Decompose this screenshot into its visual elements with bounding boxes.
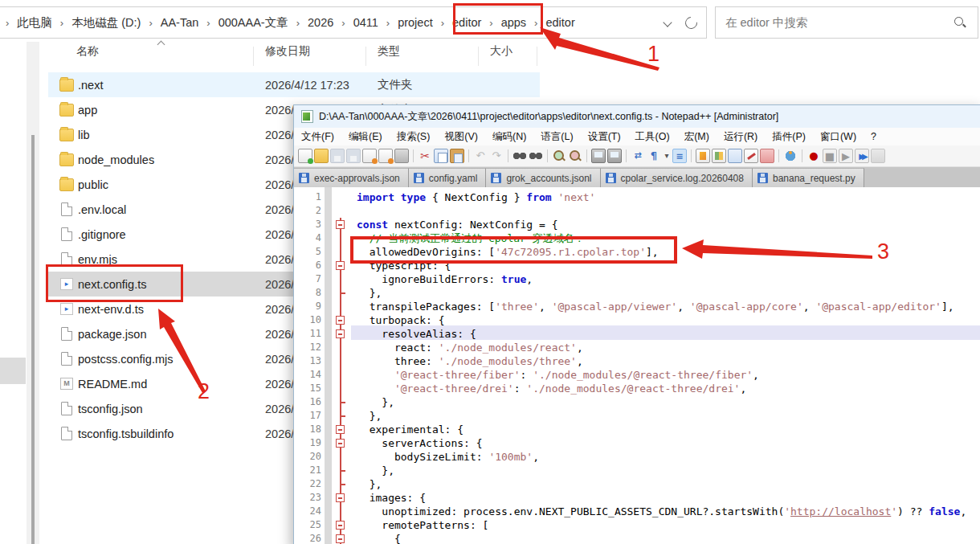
- replace-button[interactable]: [529, 149, 543, 163]
- column-divider[interactable]: [537, 47, 537, 66]
- fold-collapse-icon[interactable]: [336, 439, 345, 448]
- menu-item-6[interactable]: 设置(T): [581, 129, 628, 145]
- title-bar[interactable]: D:\AA-Tan\000AAA-文章\2026\0411\project\ed…: [294, 105, 980, 128]
- breadcrumb-item-4[interactable]: 2026: [303, 13, 338, 32]
- browser-preview-button[interactable]: [783, 149, 798, 163]
- code-line-16[interactable]: 16 },: [294, 395, 980, 409]
- zoom-in-button[interactable]: [552, 149, 566, 163]
- indent-guide-button[interactable]: ≡: [672, 149, 687, 163]
- column-divider[interactable]: [365, 47, 366, 66]
- menu-item-9[interactable]: 运行(R): [717, 129, 765, 145]
- code-line-21[interactable]: 21 },: [294, 464, 980, 477]
- fold-collapse-icon[interactable]: [336, 425, 345, 434]
- breadcrumb-item-9[interactable]: editor: [541, 13, 579, 32]
- code-line-13[interactable]: 13 three: './node_modules/three',: [294, 354, 980, 368]
- tab-cpolar_service.log.20260408[interactable]: cpolar_service.log.20260408: [601, 168, 753, 187]
- redo-button[interactable]: ↷: [489, 149, 504, 163]
- code-line-18[interactable]: 18 experimental: {: [294, 423, 980, 436]
- code-line-5[interactable]: 5 allowedDevOrigins: ['47c72095.r1.cpola…: [294, 245, 980, 259]
- code-line-25[interactable]: 25 remotePatterns: [: [294, 518, 980, 532]
- breadcrumb-item-8[interactable]: apps: [496, 13, 531, 32]
- menu-item-3[interactable]: 视图(V): [437, 129, 485, 145]
- column-header-name[interactable]: 名称: [76, 44, 99, 67]
- find-button[interactable]: [512, 149, 527, 163]
- fold-collapse-icon[interactable]: [336, 220, 345, 229]
- code-line-1[interactable]: 1import type { NextConfig } from 'next': [294, 190, 980, 204]
- tab-exec-approvals.json[interactable]: exec-approvals.json: [294, 168, 409, 187]
- zoom-out-button[interactable]: [568, 149, 582, 163]
- menu-item-11[interactable]: 窗口(W): [813, 129, 864, 145]
- fold-collapse-icon[interactable]: [336, 534, 345, 543]
- document-map-button[interactable]: [712, 149, 726, 163]
- code-line-6[interactable]: 6 typescript: {: [294, 259, 980, 272]
- code-line-19[interactable]: 19 serverActions: {: [294, 436, 980, 450]
- breadcrumb-item-6[interactable]: project: [393, 13, 438, 32]
- stop-macro-button[interactable]: ■: [823, 149, 837, 163]
- code-line-15[interactable]: 15 '@react-three/drei': './node_modules/…: [294, 382, 980, 395]
- code-line-10[interactable]: 10 turbopack: {: [294, 313, 980, 327]
- save-macro-button[interactable]: [871, 149, 885, 163]
- menu-item-7[interactable]: 工具(O): [628, 129, 677, 145]
- paste-button[interactable]: [450, 149, 464, 163]
- code-line-9[interactable]: 9 transpilePackages: ['three', '@pascal-…: [294, 300, 980, 313]
- show-all-characters-button[interactable]: ¶: [647, 149, 661, 163]
- run-macro-multiple-button[interactable]: ▶▶: [855, 149, 869, 163]
- save-all-button[interactable]: [346, 149, 361, 163]
- fold-collapse-icon[interactable]: [336, 316, 345, 325]
- code-line-22[interactable]: 22 },: [294, 477, 980, 491]
- save-button[interactable]: [330, 149, 345, 163]
- scrollbar-thumb[interactable]: [31, 135, 35, 544]
- code-editor[interactable]: 1import type { NextConfig } from 'next'2…: [294, 187, 980, 544]
- menu-item-10[interactable]: 插件(P): [765, 129, 813, 145]
- new-file-button[interactable]: [298, 149, 312, 163]
- record-macro-button[interactable]: ●: [806, 149, 821, 163]
- code-line-11[interactable]: 11 resolveAlias: {: [294, 327, 980, 341]
- file-row-.next[interactable]: .next2026/4/12 17:23文件夹: [48, 72, 540, 97]
- breadcrumb-item-3[interactable]: 000AAA-文章: [214, 12, 293, 34]
- address-bar[interactable]: ›此电脑›本地磁盘 (D:)›AA-Tan›000AAA-文章›2026›041…: [0, 6, 707, 39]
- code-line-7[interactable]: 7 ignoreBuildErrors: true,: [294, 272, 980, 286]
- code-line-12[interactable]: 12 react: './node_modules/react',: [294, 341, 980, 354]
- code-line-2[interactable]: 2: [294, 204, 980, 218]
- folder-as-workspace-button[interactable]: [760, 149, 774, 163]
- sync-horizontal-button[interactable]: [607, 149, 622, 163]
- copy-button[interactable]: [434, 149, 448, 163]
- menu-item-2[interactable]: 搜索(S): [390, 129, 438, 145]
- menu-item-12[interactable]: ?: [864, 129, 884, 144]
- breadcrumb-item-1[interactable]: 本地磁盘 (D:): [67, 12, 145, 34]
- breadcrumb-item-7[interactable]: editor: [447, 13, 486, 32]
- menu-item-5[interactable]: 语言(L): [533, 129, 580, 145]
- search-icon[interactable]: [953, 16, 966, 29]
- close-button[interactable]: [362, 149, 377, 163]
- edit-marker-button[interactable]: [744, 149, 758, 163]
- menu-item-0[interactable]: 文件(F): [294, 129, 341, 145]
- word-wrap-button[interactable]: ⇄: [631, 149, 645, 163]
- breadcrumb-item-2[interactable]: AA-Tan: [156, 13, 204, 32]
- open-file-button[interactable]: [314, 149, 329, 163]
- tab-grok_accounts.jsonl[interactable]: grok_accounts.jsonl: [486, 168, 600, 187]
- code-line-17[interactable]: 17 },: [294, 409, 980, 423]
- menu-item-1[interactable]: 编辑(E): [341, 129, 390, 145]
- tab-config.yaml[interactable]: config.yaml: [409, 168, 487, 187]
- code-line-23[interactable]: 23 images: {: [294, 491, 980, 505]
- breadcrumb-item-0[interactable]: 此电脑: [12, 12, 57, 34]
- fold-collapse-icon[interactable]: [336, 261, 345, 270]
- play-macro-button[interactable]: ▶: [839, 149, 853, 163]
- address-dropdown-icon[interactable]: [659, 15, 677, 31]
- fold-collapse-icon[interactable]: [336, 521, 345, 530]
- close-all-button[interactable]: [378, 149, 393, 163]
- code-line-26[interactable]: 26 {: [294, 532, 980, 544]
- column-header-size[interactable]: 大小: [490, 44, 512, 67]
- fold-collapse-icon[interactable]: [336, 329, 345, 338]
- menu-item-4[interactable]: 编码(N): [485, 129, 533, 145]
- column-divider[interactable]: [253, 47, 254, 66]
- toolbar-dropdown-button[interactable]: ▾: [663, 149, 671, 163]
- fold-collapse-icon[interactable]: [336, 493, 345, 502]
- code-line-20[interactable]: 20 bodySizeLimit: '100mb',: [294, 450, 980, 464]
- undo-button[interactable]: ↶: [473, 149, 488, 163]
- function-list-button[interactable]: [696, 149, 710, 163]
- code-line-14[interactable]: 14 '@react-three/fiber': './node_modules…: [294, 368, 980, 382]
- document-list-button[interactable]: [728, 149, 742, 163]
- code-line-3[interactable]: 3const nextConfig: NextConfig = {: [294, 218, 980, 231]
- cut-button[interactable]: ✂: [418, 149, 432, 163]
